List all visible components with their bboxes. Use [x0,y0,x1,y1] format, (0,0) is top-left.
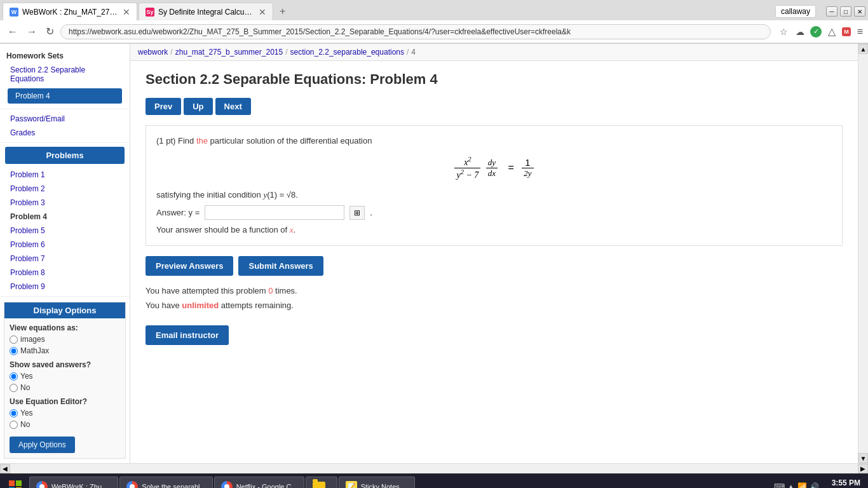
nav-buttons: Prev Up Next [146,98,843,115]
tab-desmos[interactable]: Sy Sy Definite Integral Calculato ... ✕ [139,3,273,20]
reload-button[interactable]: ↻ [43,24,57,39]
scroll-track[interactable] [858,54,868,453]
radio-images[interactable]: images [10,335,120,344]
show-saved-label: Show saved answers? [10,360,120,369]
equation-display: x2 y2 − 7 dy dx = 1 2y [156,156,832,180]
up-button[interactable]: Up [184,98,212,115]
view-equations-label: View equations as: [10,323,120,332]
breadcrumb-section[interactable]: section_2.2_separable_equations [290,48,404,57]
radio-saved-yes-input[interactable] [10,372,18,381]
sticky-icon: 📝 [346,481,357,489]
sidebar-problem-9[interactable]: Problem 9 [0,280,130,294]
keyboard-icon[interactable]: ⌨ [774,482,785,489]
next-button[interactable]: Next [215,98,251,115]
tab-icon-webwork: W [10,8,18,17]
scroll-up-button[interactable]: ▲ [858,44,868,54]
sidebar-problem-3[interactable]: Problem 3 [0,196,130,210]
problem-rest-text: particular solution of the differential … [210,136,372,146]
submit-answers-button[interactable]: Submit Answers [238,256,323,276]
star-icon[interactable]: ☆ [777,25,790,38]
sidebar-problem-2[interactable]: Problem 2 [0,182,130,196]
homework-sets-header: Homework Sets [0,49,130,63]
grades-link[interactable]: Grades [0,126,130,140]
cloud-icon[interactable]: ☁ [794,25,806,38]
taskbar-item-folder[interactable] [306,477,337,489]
network-icon[interactable]: 📶 [797,482,807,489]
radio-saved-no[interactable]: No [10,383,120,392]
address-input[interactable] [60,24,771,39]
radio-eq-no[interactable]: No [10,420,120,429]
apply-options-button[interactable]: Apply Options [10,437,75,453]
system-icons: ⌨ ▲ 📶 🔊 [774,482,819,489]
problem-find-text: Find [178,136,196,146]
minimize-button[interactable]: ─ [826,6,837,17]
problem-box: (1 pt) Find the particular solution of t… [146,125,843,246]
forward-button[interactable]: → [24,25,39,39]
radio-images-input[interactable] [10,336,18,344]
tab-close-webwork[interactable]: ✕ [123,7,130,17]
tab-webwork[interactable]: W WeBWorK : Zhu_MAT_275 ... ✕ [3,3,137,20]
scroll-left-button[interactable]: ◀ [0,464,10,473]
radio-eq-no-input[interactable] [10,421,18,429]
gmail-icon[interactable]: M [842,27,851,36]
email-instructor-button[interactable]: Email instructor [146,325,229,345]
radio-mathjax-input[interactable] [10,347,18,355]
right-scrollbar[interactable]: ▲ ▼ [858,44,868,463]
chrome-icon-3 [221,481,233,489]
tab-title-desmos: Sy Definite Integral Calculato ... [158,8,254,17]
taskbar-item-separable[interactable]: Solve the separabl... [119,477,212,489]
answer-input[interactable] [205,205,344,220]
radio-saved-no-label: No [20,383,30,392]
taskbar-item-sticky[interactable]: 📝 Sticky Notes [339,477,415,489]
use-eq-editor-label: Use Equation Editor? [10,397,120,406]
preview-answers-button[interactable]: Preview Answers [146,256,233,276]
radio-images-label: images [20,335,45,344]
fraction-right: 1 2y [522,158,533,179]
close-button[interactable]: ✕ [854,6,865,17]
breadcrumb-webwork[interactable]: webwork [138,48,168,57]
active-problem[interactable]: Problem 4 [8,88,122,104]
maximize-button[interactable]: □ [840,6,851,17]
equation-editor-button[interactable]: ⊞ [349,206,365,220]
start-button[interactable] [3,475,28,489]
scroll-h-track[interactable] [10,464,858,473]
password-email-link[interactable]: Password/Email [0,112,130,126]
radio-eq-yes[interactable]: Yes [10,409,120,417]
radio-eq-no-label: No [20,420,30,429]
toolbar-icons: ☆ ☁ ✓ △ M ≡ [777,25,863,38]
radio-mathjax[interactable]: MathJax [10,346,120,355]
sidebar-problem-6[interactable]: Problem 6 [0,238,130,252]
back-button[interactable]: ← [5,25,20,39]
answer-row: Answer: y = ⊞ . [156,205,832,220]
taskbar-item-webwork[interactable]: WeBWorK : Zhu_... [29,477,118,489]
taskbar: WeBWorK : Zhu_... Solve the separabl... … [0,473,868,488]
arrow-up-icon[interactable]: ▲ [787,482,795,489]
drive-icon[interactable]: △ [825,25,838,38]
breadcrumb: webwork / zhu_mat_275_b_summer_2015 / se… [130,44,858,61]
radio-saved-no-input[interactable] [10,384,18,392]
radio-eq-yes-label: Yes [20,409,33,417]
prev-button[interactable]: Prev [146,98,181,115]
shield-icon[interactable]: ✓ [810,26,822,37]
taskbar-label-webwork: WeBWorK : Zhu_... [51,483,111,489]
fraction-dy-dx: dy dx [486,158,498,179]
sidebar-problem-8[interactable]: Problem 8 [0,266,130,280]
scroll-down-button[interactable]: ▼ [858,453,868,463]
radio-eq-yes-input[interactable] [10,409,18,417]
breadcrumb-course[interactable]: zhu_mat_275_b_summer_2015 [175,48,283,57]
sidebar-problem-7[interactable]: Problem 7 [0,252,130,266]
taskbar-right: ⌨ ▲ 📶 🔊 3:55 PM 7/9/2015 [774,477,865,489]
taskbar-item-netflix[interactable]: Netflix - Google C... [214,477,304,489]
volume-icon[interactable]: 🔊 [810,482,819,489]
radio-saved-yes[interactable]: Yes [10,372,120,381]
display-options-panel: Display Options View equations as: image… [4,302,126,459]
new-tab-button[interactable]: + [275,4,290,18]
answer-note: Your answer should be a function of x. [156,225,832,235]
section-link[interactable]: Section 2.2 Separable Equations [0,63,130,86]
sidebar-problem-5[interactable]: Problem 5 [0,224,130,238]
scroll-right-button[interactable]: ▶ [858,464,868,473]
sidebar-problem-1[interactable]: Problem 1 [0,168,130,182]
menu-button[interactable]: ≡ [857,26,863,37]
sidebar-problem-4[interactable]: Problem 4 [0,210,130,224]
tab-close-desmos[interactable]: ✕ [259,7,266,17]
